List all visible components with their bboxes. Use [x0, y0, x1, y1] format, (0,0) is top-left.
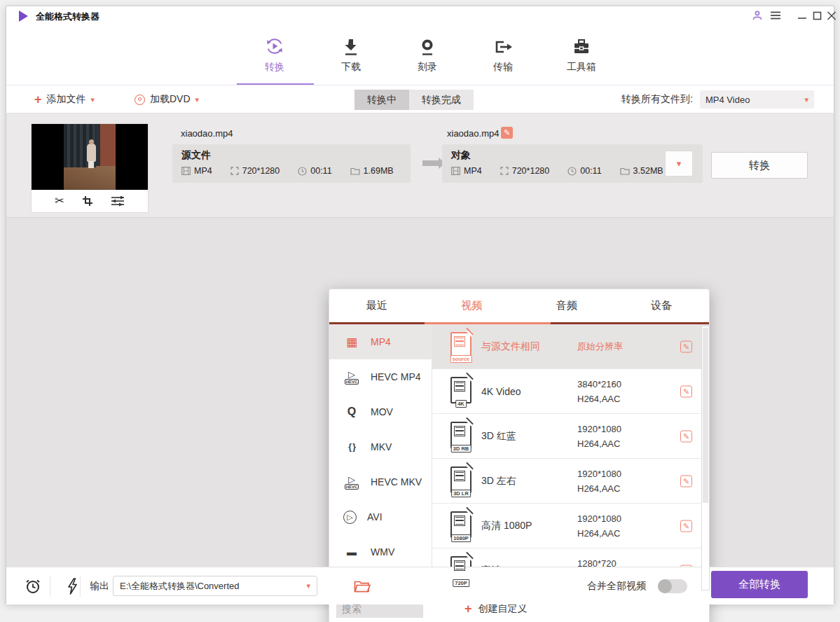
tab-converting[interactable]: 转换中 [354, 90, 409, 110]
format-icon [343, 406, 360, 417]
source-info-title: 源文件 [181, 149, 211, 162]
schedule-icon[interactable] [25, 578, 41, 595]
tab-convert-label: 转换 [245, 61, 304, 74]
titlebar: 全能格式转换器 [6, 6, 834, 26]
preset-specs: 1920*1080 H264,AAC [577, 459, 621, 503]
format-item[interactable]: HEVC MP4 [329, 359, 432, 394]
target-info-box: 对象 MP4 720*1280 00:11 [442, 144, 703, 183]
preset-scrollbar-thumb[interactable] [703, 328, 708, 503]
preset-title: 4K Video [481, 369, 521, 413]
preset-item[interactable]: source 与源文件相同 原始分辨率 ✎ [432, 324, 709, 369]
merge-videos-toggle[interactable] [658, 579, 687, 593]
format-label: AVI [367, 511, 383, 523]
output-format-select[interactable]: MP4 Video ▾ [700, 90, 814, 109]
rename-icon[interactable]: ✎ [501, 127, 513, 139]
edit-preset-icon[interactable]: ✎ [680, 385, 692, 397]
app-logo-icon [19, 11, 28, 22]
folder-icon [350, 167, 360, 175]
preset-item[interactable]: 3D RB 3D 红蓝 1920*1080 H264,AAC ✎ [432, 414, 709, 459]
caret-down-icon: ▾ [306, 582, 310, 590]
target-file-name: xiaodao.mp4 [447, 128, 499, 139]
format-item[interactable]: HEVC MKV [329, 464, 432, 499]
maximize-icon[interactable] [811, 9, 824, 22]
preset-codec: H264,AAC [577, 392, 621, 406]
queue-tabs: 转换中 转换完成 [354, 90, 474, 110]
output-path-select[interactable]: E:\全能格式转换器\Converted ▾ [113, 576, 317, 596]
preset-item[interactable]: 4K 4K Video 3840*2160 H264,AAC ✎ [432, 369, 709, 414]
source-file-name: xiaodao.mp4 [181, 128, 233, 139]
tab-video[interactable]: 视频 [425, 289, 520, 322]
convert-button[interactable]: 转换 [711, 152, 808, 179]
preset-badge: 3D LR [451, 490, 471, 497]
preset-badge: 720P [453, 579, 469, 587]
format-item[interactable]: MP4 [329, 324, 432, 359]
account-icon[interactable] [751, 9, 764, 22]
edit-preset-icon[interactable]: ✎ [680, 340, 692, 352]
file-row: ✂ xiaodao.mp4 源文件 MP4 7 [6, 113, 834, 218]
tab-transfer[interactable]: 传输 [474, 33, 532, 74]
caret-down-icon: ▾ [804, 96, 808, 104]
caret-down-icon: ▾ [195, 96, 200, 104]
video-file-icon: source [450, 332, 471, 359]
tab-recent[interactable]: 最近 [329, 289, 425, 322]
active-format-tab-underline [425, 322, 551, 324]
format-list: MP4 HEVC MP4 MOV MKV [329, 324, 432, 592]
dvd-icon [135, 95, 145, 105]
arrow-right-icon [422, 160, 439, 166]
format-item[interactable]: MKV [329, 429, 432, 464]
preset-badge: source [450, 355, 472, 363]
video-file-icon: 3D RB [450, 422, 471, 448]
merge-videos-label: 合并全部视频 [587, 567, 646, 604]
preset-codec: H264,AAC [577, 526, 621, 541]
film-icon [181, 167, 191, 175]
preset-resolution: 1920*1080 [577, 422, 621, 436]
effects-icon[interactable] [111, 195, 125, 207]
minimize-icon[interactable] [796, 9, 808, 22]
crop-icon[interactable] [83, 196, 92, 206]
tab-burn[interactable]: 刻录 [398, 33, 457, 74]
close-icon[interactable] [825, 9, 838, 22]
edit-preset-icon[interactable]: ✎ [680, 520, 692, 532]
tab-download[interactable]: 下载 [322, 33, 380, 74]
tab-convert[interactable]: 转换 [245, 33, 304, 74]
thumbnail-scene [64, 124, 116, 190]
format-icon [343, 547, 360, 557]
format-picker-tabs: 最近 视频 音频 设备 [329, 289, 709, 324]
video-file-icon: 3D LR [450, 466, 471, 493]
app-window: 全能格式转换器 转换 下载 [6, 6, 834, 604]
toolbar: + 添加文件 ▾ 加载DVD ▾ 转换中 转换完成 转换所有文件到: MP4 V… [6, 85, 834, 113]
preset-item[interactable]: 1080P 高清 1080P 1920*1080 H264,AAC ✎ [432, 504, 709, 548]
tab-audio[interactable]: 音频 [519, 289, 614, 322]
add-files-button[interactable]: + 添加文件 ▾ [34, 85, 95, 113]
format-icon [343, 443, 360, 451]
caret-down-icon: ▾ [91, 96, 95, 104]
target-duration: 00:11 [567, 166, 601, 176]
target-format-dropdown-button[interactable]: ▾ [665, 151, 693, 177]
tab-converted[interactable]: 转换完成 [409, 90, 474, 110]
thumbnail-person [87, 144, 96, 162]
format-label: MOV [371, 406, 393, 417]
divider [50, 576, 50, 597]
load-dvd-button[interactable]: 加载DVD ▾ [135, 85, 199, 113]
tab-device[interactable]: 设备 [614, 289, 710, 322]
source-size: 1.69MB [350, 166, 394, 176]
convert-all-button[interactable]: 全部转换 [711, 571, 808, 598]
preset-specs: 1920*1080 H264,AAC [577, 504, 621, 548]
format-item[interactable]: WMV [329, 534, 432, 569]
format-item[interactable]: MOV [329, 394, 432, 429]
menu-icon[interactable] [769, 9, 782, 22]
preset-item[interactable]: 3D LR 3D 左右 1920*1080 H264,AAC ✎ [432, 459, 709, 504]
download-icon [322, 33, 380, 57]
high-speed-icon[interactable] [67, 578, 78, 595]
source-format: MP4 [181, 166, 212, 176]
preset-scrollbar[interactable] [701, 326, 710, 590]
preset-specs: 3840*2160 H264,AAC [577, 369, 621, 413]
preset-list: source 与源文件相同 原始分辨率 ✎ 4K [432, 324, 709, 592]
tab-toolbox[interactable]: 工具箱 [552, 33, 611, 74]
edit-preset-icon[interactable]: ✎ [680, 475, 692, 487]
open-folder-icon[interactable] [354, 579, 371, 593]
format-item[interactable]: AVI [329, 499, 432, 534]
preset-title: 高清 1080P [481, 504, 532, 548]
edit-preset-icon[interactable]: ✎ [680, 430, 692, 442]
trim-icon[interactable]: ✂ [55, 195, 64, 207]
